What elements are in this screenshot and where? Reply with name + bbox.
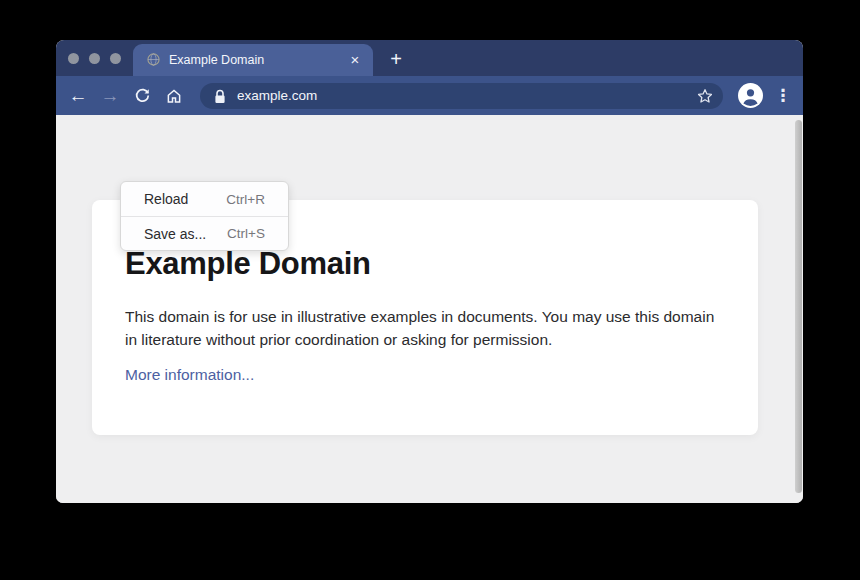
address-bar[interactable]: example.com (200, 83, 723, 109)
context-menu: Reload Ctrl+R Save as... Ctrl+S (120, 181, 289, 251)
tab-title: Example Domain (169, 44, 264, 76)
window-minimize-button[interactable] (89, 53, 100, 64)
menu-item-label: Save as... (144, 226, 206, 242)
browser-tab[interactable]: Example Domain × (133, 44, 373, 76)
browser-toolbar: ← → example.com (56, 76, 803, 115)
menu-item-label: Reload (144, 191, 188, 207)
window-zoom-button[interactable] (110, 53, 121, 64)
menu-item-shortcut: Ctrl+R (226, 192, 265, 207)
more-information-link[interactable]: More information... (125, 366, 254, 384)
traffic-lights (68, 53, 121, 64)
menu-item-shortcut: Ctrl+S (227, 226, 265, 241)
page-viewport: Example Domain This domain is for use in… (56, 115, 803, 503)
context-menu-item-reload[interactable]: Reload Ctrl+R (121, 182, 288, 216)
desktop-background: Example Domain × + ← → (0, 0, 860, 580)
browser-window: Example Domain × + ← → (56, 40, 803, 503)
overflow-menu-icon[interactable]: ⋮ (773, 83, 793, 109)
back-icon[interactable]: ← (65, 83, 91, 109)
tab-close-icon[interactable]: × (345, 44, 365, 76)
profile-avatar-icon[interactable] (738, 83, 763, 108)
globe-favicon-icon (147, 53, 160, 66)
reload-icon[interactable] (129, 83, 155, 109)
lock-icon (214, 89, 226, 104)
context-menu-item-save-as[interactable]: Save as... Ctrl+S (121, 216, 288, 250)
bookmark-star-icon[interactable] (696, 87, 714, 105)
home-icon[interactable] (161, 83, 187, 109)
url-text[interactable]: example.com (237, 83, 317, 109)
page-body-text: This domain is for use in illustrative e… (125, 306, 715, 351)
new-tab-button[interactable]: + (383, 44, 409, 76)
forward-icon[interactable]: → (97, 83, 123, 109)
vertical-scrollbar-thumb[interactable] (795, 120, 802, 493)
page-title: Example Domain (125, 246, 371, 282)
window-close-button[interactable] (68, 53, 79, 64)
window-titlebar[interactable]: Example Domain × + (56, 40, 803, 76)
